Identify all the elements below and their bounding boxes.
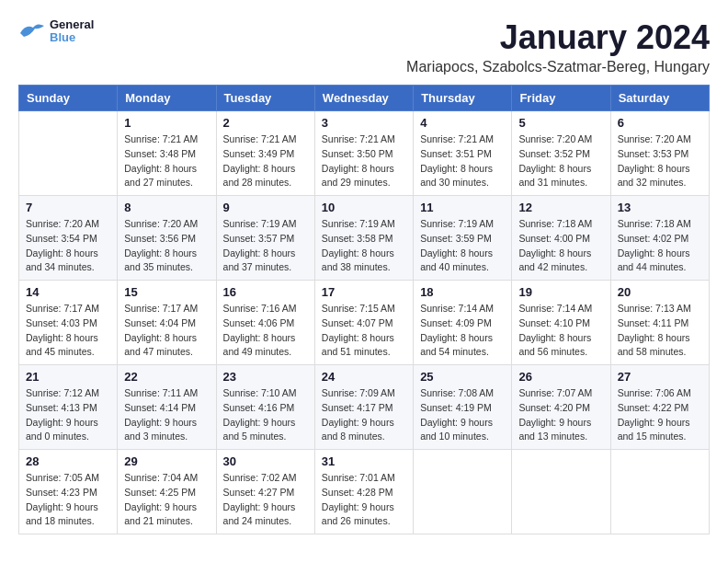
day-info: Sunrise: 7:10 AMSunset: 4:16 PMDaylight:…: [223, 386, 308, 444]
day-info: Sunrise: 7:11 AMSunset: 4:14 PMDaylight:…: [124, 386, 209, 444]
cell-23: 23Sunrise: 7:10 AMSunset: 4:16 PMDayligh…: [216, 365, 314, 450]
day-info: Sunrise: 7:17 AMSunset: 4:04 PMDaylight:…: [124, 302, 209, 360]
day-info: Sunrise: 7:16 AMSunset: 4:06 PMDaylight:…: [223, 302, 308, 360]
day-info: Sunrise: 7:21 AMSunset: 3:51 PMDaylight:…: [420, 132, 505, 190]
cell-1: 1Sunrise: 7:21 AMSunset: 3:48 PMDaylight…: [118, 111, 216, 196]
day-info: Sunrise: 7:01 AMSunset: 4:28 PMDaylight:…: [322, 471, 406, 529]
cell-17: 17Sunrise: 7:15 AMSunset: 4:07 PMDayligh…: [314, 281, 413, 365]
cell-15: 15Sunrise: 7:17 AMSunset: 4:04 PMDayligh…: [118, 281, 216, 365]
day-number: 8: [124, 201, 209, 214]
day-number: 3: [322, 116, 406, 130]
cell-4: 4Sunrise: 7:21 AMSunset: 3:51 PMDaylight…: [414, 111, 512, 196]
day-number: 26: [518, 370, 603, 384]
cell-empty: [610, 450, 709, 534]
logo-icon: [18, 20, 46, 42]
day-number: 21: [26, 370, 110, 384]
week-row-3: 14Sunrise: 7:17 AMSunset: 4:03 PMDayligh…: [19, 281, 710, 365]
title-block: January 2024 Mariapocs, Szabolcs-Szatmar…: [406, 18, 710, 75]
day-info: Sunrise: 7:20 AMSunset: 3:53 PMDaylight:…: [618, 132, 702, 190]
day-number: 18: [420, 285, 505, 299]
day-info: Sunrise: 7:19 AMSunset: 3:58 PMDaylight:…: [322, 217, 406, 275]
day-info: Sunrise: 7:09 AMSunset: 4:17 PMDaylight:…: [322, 386, 406, 444]
day-info: Sunrise: 7:08 AMSunset: 4:19 PMDaylight:…: [420, 386, 505, 444]
day-info: Sunrise: 7:17 AMSunset: 4:03 PMDaylight:…: [26, 302, 110, 360]
day-number: 9: [223, 201, 308, 214]
cell-31: 31Sunrise: 7:01 AMSunset: 4:28 PMDayligh…: [314, 450, 413, 534]
day-info: Sunrise: 7:20 AMSunset: 3:54 PMDaylight:…: [26, 217, 110, 275]
day-number: 10: [322, 201, 406, 214]
day-number: 19: [518, 285, 603, 299]
logo: General Blue: [18, 18, 94, 45]
day-info: Sunrise: 7:19 AMSunset: 3:59 PMDaylight:…: [420, 217, 505, 275]
cell-16: 16Sunrise: 7:16 AMSunset: 4:06 PMDayligh…: [216, 281, 314, 365]
col-sunday: Sunday: [19, 86, 118, 111]
page-header: General Blue January 2024 Mariapocs, Sza…: [18, 18, 710, 75]
cell-19: 19Sunrise: 7:14 AMSunset: 4:10 PMDayligh…: [512, 281, 610, 365]
cell-25: 25Sunrise: 7:08 AMSunset: 4:19 PMDayligh…: [414, 365, 512, 450]
cell-empty: [19, 111, 118, 196]
day-number: 13: [618, 201, 702, 214]
col-friday: Friday: [512, 86, 610, 111]
cell-29: 29Sunrise: 7:04 AMSunset: 4:25 PMDayligh…: [118, 450, 216, 534]
day-number: 6: [618, 116, 702, 130]
day-number: 20: [618, 285, 702, 299]
cell-6: 6Sunrise: 7:20 AMSunset: 3:53 PMDaylight…: [610, 111, 709, 196]
col-saturday: Saturday: [610, 86, 709, 111]
day-number: 4: [420, 116, 505, 130]
cell-21: 21Sunrise: 7:12 AMSunset: 4:13 PMDayligh…: [19, 365, 118, 450]
day-number: 15: [124, 285, 209, 299]
cell-26: 26Sunrise: 7:07 AMSunset: 4:20 PMDayligh…: [512, 365, 610, 450]
day-number: 17: [322, 285, 406, 299]
day-info: Sunrise: 7:02 AMSunset: 4:27 PMDaylight:…: [223, 471, 308, 529]
calendar-table: Sunday Monday Tuesday Wednesday Thursday…: [18, 85, 710, 534]
day-number: 16: [223, 285, 308, 299]
day-number: 28: [26, 454, 110, 468]
day-info: Sunrise: 7:14 AMSunset: 4:09 PMDaylight:…: [420, 302, 505, 360]
day-number: 25: [420, 370, 505, 384]
cell-10: 10Sunrise: 7:19 AMSunset: 3:58 PMDayligh…: [314, 196, 413, 281]
day-number: 24: [322, 370, 406, 384]
day-info: Sunrise: 7:04 AMSunset: 4:25 PMDaylight:…: [124, 471, 209, 529]
day-info: Sunrise: 7:21 AMSunset: 3:48 PMDaylight:…: [124, 132, 209, 190]
cell-2: 2Sunrise: 7:21 AMSunset: 3:49 PMDaylight…: [216, 111, 314, 196]
cell-11: 11Sunrise: 7:19 AMSunset: 3:59 PMDayligh…: [414, 196, 512, 281]
day-info: Sunrise: 7:20 AMSunset: 3:52 PMDaylight:…: [518, 132, 603, 190]
day-info: Sunrise: 7:06 AMSunset: 4:22 PMDaylight:…: [618, 386, 702, 444]
day-info: Sunrise: 7:12 AMSunset: 4:13 PMDaylight:…: [26, 386, 110, 444]
day-info: Sunrise: 7:18 AMSunset: 4:02 PMDaylight:…: [618, 217, 702, 275]
week-row-4: 21Sunrise: 7:12 AMSunset: 4:13 PMDayligh…: [19, 365, 710, 450]
cell-empty: [512, 450, 610, 534]
day-number: 23: [223, 370, 308, 384]
cell-20: 20Sunrise: 7:13 AMSunset: 4:11 PMDayligh…: [610, 281, 709, 365]
day-number: 2: [223, 116, 308, 130]
cell-5: 5Sunrise: 7:20 AMSunset: 3:52 PMDaylight…: [512, 111, 610, 196]
day-number: 5: [518, 116, 603, 130]
cell-empty: [414, 450, 512, 534]
day-info: Sunrise: 7:21 AMSunset: 3:49 PMDaylight:…: [223, 132, 308, 190]
day-number: 1: [124, 116, 209, 130]
day-number: 7: [26, 201, 110, 214]
day-number: 30: [223, 454, 308, 468]
day-number: 14: [26, 285, 110, 299]
day-info: Sunrise: 7:18 AMSunset: 4:00 PMDaylight:…: [518, 217, 603, 275]
day-info: Sunrise: 7:19 AMSunset: 3:57 PMDaylight:…: [223, 217, 308, 275]
day-number: 27: [618, 370, 702, 384]
cell-28: 28Sunrise: 7:05 AMSunset: 4:23 PMDayligh…: [19, 450, 118, 534]
cell-8: 8Sunrise: 7:20 AMSunset: 3:56 PMDaylight…: [118, 196, 216, 281]
cell-13: 13Sunrise: 7:18 AMSunset: 4:02 PMDayligh…: [610, 196, 709, 281]
col-tuesday: Tuesday: [216, 86, 314, 111]
col-monday: Monday: [118, 86, 216, 111]
cell-7: 7Sunrise: 7:20 AMSunset: 3:54 PMDaylight…: [19, 196, 118, 281]
day-number: 12: [518, 201, 603, 214]
cell-14: 14Sunrise: 7:17 AMSunset: 4:03 PMDayligh…: [19, 281, 118, 365]
cell-3: 3Sunrise: 7:21 AMSunset: 3:50 PMDaylight…: [314, 111, 413, 196]
col-wednesday: Wednesday: [314, 86, 413, 111]
location-title: Mariapocs, Szabolcs-Szatmar-Bereg, Hunga…: [406, 59, 710, 75]
day-number: 22: [124, 370, 209, 384]
day-number: 29: [124, 454, 209, 468]
month-title: January 2024: [406, 18, 710, 57]
cell-22: 22Sunrise: 7:11 AMSunset: 4:14 PMDayligh…: [118, 365, 216, 450]
cell-9: 9Sunrise: 7:19 AMSunset: 3:57 PMDaylight…: [216, 196, 314, 281]
day-info: Sunrise: 7:20 AMSunset: 3:56 PMDaylight:…: [124, 217, 209, 275]
col-thursday: Thursday: [414, 86, 512, 111]
